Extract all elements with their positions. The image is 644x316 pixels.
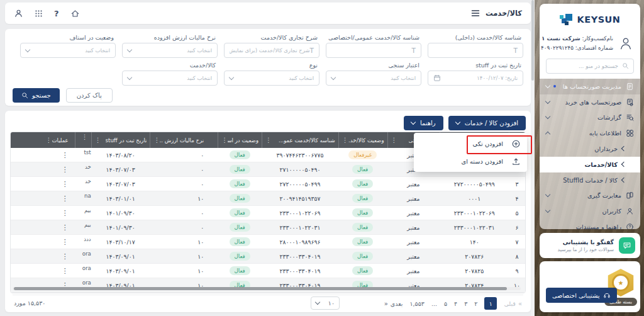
- help-icon[interactable]: ?: [54, 9, 59, 18]
- column-kebab-icon[interactable]: ⋮: [265, 137, 272, 144]
- pagination-page[interactable]: ۱,۵۵۳: [409, 300, 424, 307]
- apps-grid-icon[interactable]: [35, 9, 43, 18]
- base-info-icon: [626, 129, 634, 137]
- sidebar-item-help-docs[interactable]: راهنما و مستندات: [540, 219, 640, 229]
- trade-description-input[interactable]: Tشرح تجاری کالا/خدمت (برای نمایش در صورت…: [224, 43, 319, 58]
- sidebar-item-reconciliation[interactable]: مغایرت گیری: [540, 188, 640, 203]
- page-size-select[interactable]: ۱۰: [311, 296, 340, 310]
- cell-actions: ⋮: [11, 220, 75, 234]
- cell-actions: ⋮: [11, 249, 75, 263]
- topbar-title-group: کالا/خدمت: [471, 9, 522, 18]
- validation-select[interactable]: انتخاب کنید: [326, 71, 421, 86]
- column-header-status[interactable]: وضعیت کالا/خد...⋮: [338, 132, 387, 148]
- stuff-register-date-input[interactable]: تاریخ: ۱۴۰۰/۱۲/۰۷: [428, 71, 523, 86]
- chevron-down-icon: [545, 114, 550, 119]
- pagination-page[interactable]: ۵: [444, 300, 447, 307]
- column-kebab-icon[interactable]: ⋮: [95, 137, 101, 144]
- menu-item-add-batch[interactable]: افزودن دسته ای: [414, 152, 527, 170]
- search-button[interactable]: جستجو: [13, 88, 60, 103]
- cell-stuff-date: ۱۴۰۳/۰۱/۰۱: [91, 191, 150, 205]
- vat-rate-select[interactable]: انتخاب کنید: [122, 43, 218, 58]
- sidebar-item-stuffid-goods-services[interactable]: کالا / خدمات StuffId: [540, 172, 640, 188]
- headset-icon: [603, 291, 611, 299]
- row-actions-kebab-icon[interactable]: ⋮: [62, 209, 69, 217]
- row-actions-kebab-icon[interactable]: ⋮: [62, 267, 69, 275]
- row-actions-kebab-icon[interactable]: ⋮: [62, 195, 69, 203]
- column-kebab-icon[interactable]: ⋮: [391, 137, 397, 144]
- row-actions-kebab-icon[interactable]: ⋮: [62, 252, 69, 261]
- public-id-input[interactable]: T: [326, 43, 421, 58]
- column-header-public[interactable]: شناسه کالا/خدمت عمو...⋮: [262, 132, 338, 148]
- column-kebab-icon[interactable]: ⋮: [82, 133, 88, 140]
- search-icon: [21, 92, 28, 99]
- sidebar-item-base-info[interactable]: اطلاعات پایه: [540, 125, 640, 141]
- pagination-page[interactable]: ۳: [464, 300, 467, 307]
- pagination-page-active[interactable]: ۱: [484, 297, 497, 310]
- pagination-ellipsis: ...: [431, 300, 437, 307]
- row-actions-kebab-icon[interactable]: ⋮: [62, 180, 69, 188]
- add-items-button[interactable]: افزودن کالا / خدمات: [448, 116, 526, 130]
- pagination-page[interactable]: ۴: [454, 300, 457, 307]
- reports-icon: [626, 113, 634, 121]
- sidebar-item-label: اطلاعات پایه: [589, 130, 621, 137]
- filter-label-public-id: شناسه کالا/خدمت عمومی/اختصاصی: [326, 34, 421, 43]
- row-actions-kebab-icon[interactable]: ⋮: [62, 238, 69, 246]
- row-actions-kebab-icon[interactable]: ⋮: [62, 151, 69, 159]
- sidebar-item-buyers[interactable]: خریداران: [540, 141, 640, 157]
- menu-search-input[interactable]: جستجو در منو ...: [546, 59, 634, 74]
- menu-item-add-single[interactable]: افزودن تکی: [414, 135, 527, 152]
- pagination-page[interactable]: ۲: [474, 300, 477, 307]
- support-chat-card[interactable]: گفتگو با پشتیبانی سوالات خود را از ما بپ…: [540, 233, 640, 258]
- cell-internal-id: ۱۴۰: [440, 235, 509, 249]
- staff-status-select[interactable]: انتخاب کنید: [20, 43, 116, 58]
- column-header-vat[interactable]: نرخ مالیات ارزش ...⋮: [150, 132, 218, 148]
- item-status-badge: فعال: [352, 266, 373, 276]
- user-icon[interactable]: [14, 9, 23, 18]
- page: کالا/خدمت ? شناسه کالا/خدمت (داخلی)Tشناس…: [0, 0, 644, 316]
- sidebar-item-reports[interactable]: گزارشات: [540, 110, 640, 126]
- goods-service-select[interactable]: انتخاب کنید: [122, 71, 218, 86]
- row-actions-kebab-icon[interactable]: ⋮: [62, 223, 69, 232]
- item-status-badge: فعال: [352, 179, 373, 189]
- cell-public-id: ۲۳۳۰۰۰۱۰۲۲۰۶۹: [262, 206, 338, 220]
- internal-id-input[interactable]: T: [428, 43, 523, 58]
- column-kebab-icon[interactable]: ⋮: [221, 137, 228, 144]
- clear-button[interactable]: پاک کردن: [66, 88, 113, 103]
- table-horizontal-scrollbar[interactable]: [13, 287, 521, 290]
- row-actions-kebab-icon[interactable]: ⋮: [62, 166, 69, 174]
- staff-status-badge: فعال: [230, 179, 250, 189]
- sidebar-item-users[interactable]: کاربران: [540, 203, 640, 219]
- column-kebab-icon[interactable]: ⋮: [153, 137, 160, 144]
- table-horizontal-scrollbar-thumb[interactable]: [14, 287, 507, 290]
- purchase-invoices-icon: [626, 98, 634, 106]
- select-placeholder: انتخاب کنید: [85, 47, 110, 54]
- help-dropdown-button[interactable]: راهنما: [404, 116, 443, 130]
- sidebar-item-goods-services[interactable]: کالا/خدمات: [540, 157, 640, 172]
- type-select[interactable]: انتخاب کنید: [224, 71, 319, 86]
- cell-internal-id: ۰۰۰۱: [440, 191, 509, 205]
- users-icon: [626, 207, 634, 215]
- column-header-date[interactable]: تاریخ ثبت در stuff⋮: [91, 132, 150, 148]
- cell-row-number: ۹: [509, 264, 525, 278]
- home-icon[interactable]: [70, 9, 80, 18]
- page-scrollbar[interactable]: [531, 0, 535, 316]
- pagination-prev[interactable]: »قبلی: [504, 300, 522, 307]
- cell-staff-status: فعال: [218, 206, 262, 220]
- user-info: نام‌کسب‌وکار: شرکت تست ۱ شماره اقتصادی: …: [546, 33, 634, 59]
- sidebar-item-invoice-management[interactable]: مدیریت صورتحساب ها: [540, 79, 640, 94]
- dedicated-support-button[interactable]: پشتیبانی اختصاصی: [546, 288, 617, 303]
- column-kebab-icon[interactable]: ⋮: [46, 137, 52, 144]
- pagination: »قبلی۱۲۳۴۵...۱,۵۵۳بعدی«: [384, 297, 522, 310]
- hamburger-menu-icon[interactable]: [471, 9, 480, 17]
- sidebar-item-purchase-invoices[interactable]: صورتحساب های خرید: [540, 94, 640, 110]
- item-status-badge: فعال: [352, 252, 373, 261]
- pagination-next[interactable]: بعدی«: [384, 300, 403, 307]
- column-header-actions[interactable]: عملیات⋮: [11, 132, 75, 148]
- column-header-staff[interactable]: وضعیت در استاف⋮: [218, 132, 262, 148]
- column-header-desc[interactable]: ⋮: [75, 132, 91, 148]
- item-status-badge: فعال: [352, 237, 373, 247]
- column-kebab-icon[interactable]: ⋮: [342, 137, 348, 144]
- page-scrollbar-thumb[interactable]: [531, 0, 534, 81]
- page-title: کالا/خدمت: [486, 9, 522, 18]
- cell-actions: ⋮: [11, 148, 75, 162]
